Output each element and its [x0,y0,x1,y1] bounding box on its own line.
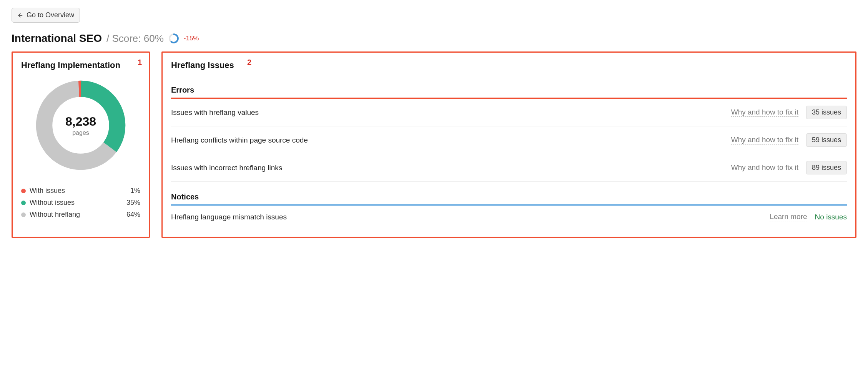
annotation-2: 2 [247,58,251,67]
dot-icon [21,212,26,217]
issue-row: Hreflang language mismatch issues Learn … [171,206,847,228]
annotation-1: 1 [138,58,142,67]
issue-count-button[interactable]: 59 issues [806,133,847,147]
no-issues-label[interactable]: No issues [815,213,847,221]
back-button-label: Go to Overview [27,11,74,19]
implementation-donut-chart: 8,238 pages [21,77,140,173]
dot-icon [21,189,26,193]
donut-total: 8,238 [65,115,96,129]
score-delta: -15% [184,35,199,42]
score-label: / Score: 60% [106,33,164,45]
legend-value: 35% [126,199,140,207]
legend-item-without-hreflang[interactable]: Without hreflang 64% [21,209,140,221]
issue-name: Issues with incorrect hreflang links [171,164,723,172]
go-to-overview-button[interactable]: Go to Overview [12,8,80,23]
fix-link[interactable]: Why and how to fix it [731,108,798,117]
legend: With issues 1% Without issues 35% Withou… [21,185,140,221]
issue-name: Issues with hreflang values [171,108,723,117]
legend-item-without-issues[interactable]: Without issues 35% [21,197,140,209]
legend-label: With issues [30,187,65,195]
implementation-title: Hreflang Implementation [21,60,140,70]
score-donut-icon [168,33,179,44]
implementation-panel: 1 Hreflang Implementation 8,238 pages Wi… [12,51,150,238]
issues-title: Hreflang Issues [171,60,847,70]
panels-container: 1 Hreflang Implementation 8,238 pages Wi… [12,51,856,238]
arrow-left-icon [17,12,23,18]
errors-section-title: Errors [171,86,847,95]
title-row: International SEO / Score: 60% -15% [12,32,856,45]
donut-center: 8,238 pages [65,115,96,136]
issue-name: Hreflang conflicts within page source co… [171,136,723,144]
notices-section-title: Notices [171,192,847,201]
issues-panel: 2 Hreflang Issues Errors Issues with hre… [161,51,856,238]
legend-item-with-issues[interactable]: With issues 1% [21,185,140,197]
learn-more-link[interactable]: Learn more [770,212,807,221]
issue-row: Issues with hreflang values Why and how … [171,99,847,126]
issue-row: Hreflang conflicts within page source co… [171,126,847,154]
dot-icon [21,201,26,205]
legend-value: 64% [126,211,140,219]
issue-count-button[interactable]: 35 issues [806,106,847,119]
legend-label: Without issues [30,199,75,207]
issue-count-button[interactable]: 89 issues [806,161,847,174]
issue-name: Hreflang language mismatch issues [171,213,762,221]
donut-unit: pages [65,129,96,136]
legend-label: Without hreflang [30,211,80,219]
page-title: International SEO [12,32,102,45]
issue-row: Issues with incorrect hreflang links Why… [171,154,847,182]
fix-link[interactable]: Why and how to fix it [731,163,798,172]
fix-link[interactable]: Why and how to fix it [731,136,798,144]
legend-value: 1% [130,187,140,195]
